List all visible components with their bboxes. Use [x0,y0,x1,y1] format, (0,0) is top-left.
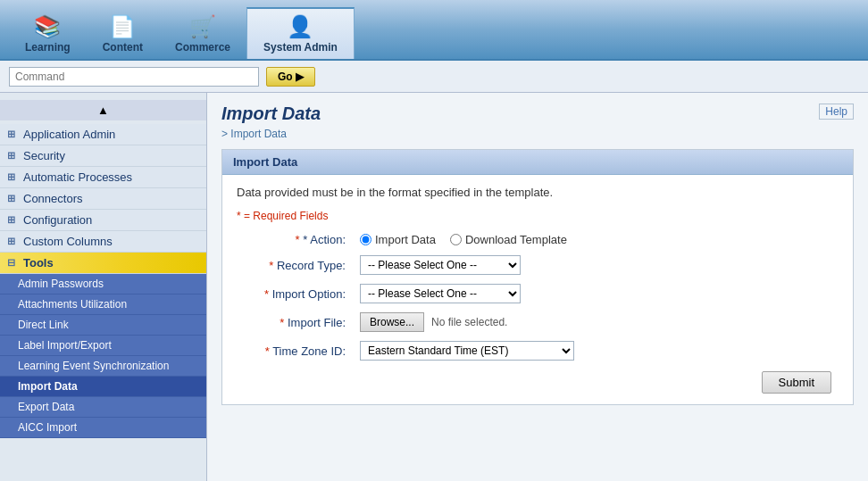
sidebar: ▲ ⊞ Application Admin ⊞ Security ⊞ Autom… [0,93,207,481]
sidebar-item-security[interactable]: ⊞ Security [0,145,206,167]
nav-item-label-system-admin: System Admin [263,41,338,54]
record-type-row: * Record Type: -- Please Select One -- [237,255,839,275]
sidebar-sub-label-label-import: Label Import/Export [18,339,112,352]
import-option-label: * Import Option: [237,287,353,301]
radio-download-label: Download Template [465,233,567,246]
radio-import-label: Import Data [375,233,436,246]
sidebar-label-tools: Tools [23,256,54,270]
sidebar-sub-admin-passwords[interactable]: Admin Passwords [0,274,206,294]
expand-icon-custom-cols: ⊞ [7,236,20,247]
expand-icon-tools: ⊟ [7,257,20,269]
sidebar-item-automatic-processes[interactable]: ⊞ Automatic Processes [0,167,206,188]
sidebar-sub-export-data[interactable]: Export Data [0,397,206,418]
import-file-field: Browse... No file selected. [360,312,839,332]
sidebar-item-connectors[interactable]: ⊞ Connectors [0,188,206,210]
required-note: * = Required Fields [237,210,839,222]
expand-icon-app-admin: ⊞ [7,129,20,140]
sidebar-sub-label-direct-link: Direct Link [18,319,69,331]
action-req-star: * [296,233,300,246]
sidebar-sub-label-learning-event: Learning Event Synchronization [18,360,169,372]
sidebar-sub-import-data[interactable]: Import Data [0,377,206,397]
import-file-label: * Import File: [237,316,353,329]
timezone-label-text: Time Zone ID: [272,344,346,358]
learning-icon: 📚 [34,14,61,39]
import-option-field: -- Please Select One -- [360,284,839,303]
form-actions: Submit [237,371,839,394]
record-type-field: -- Please Select One -- [360,255,839,275]
sidebar-label-automatic-processes: Automatic Processes [23,170,132,184]
import-data-card: Import Data Data provided must be in the… [221,149,854,405]
timezone-row: * Time Zone ID: Eastern Standard Time (E… [237,341,839,361]
import-file-row: * Import File: Browse... No file selecte… [237,312,839,332]
expand-icon-auto-proc: ⊞ [7,171,20,183]
help-link[interactable]: Help [819,104,854,120]
file-status: No file selected. [431,316,507,328]
sidebar-sub-label-aicc: AICC Import [18,421,77,434]
timezone-field: Eastern Standard Time (EST) Central Stan… [360,341,839,361]
nav-item-content[interactable]: 📄 Content [87,9,159,59]
sidebar-label-application-admin: Application Admin [23,128,115,141]
radio-download-input[interactable] [450,234,462,245]
action-field: Import Data Download Template [360,233,839,246]
browse-button[interactable]: Browse... [360,312,424,332]
timezone-select[interactable]: Eastern Standard Time (EST) Central Stan… [360,341,574,361]
form-card-header: Import Data [222,150,853,175]
form-card-body: Data provided must be in the format spec… [222,175,853,404]
action-label: * * Action: [237,233,353,246]
sidebar-label-connectors: Connectors [23,192,82,205]
record-type-req-star: * [269,259,277,272]
form-description: Data provided must be in the format spec… [237,186,839,199]
nav-item-commerce[interactable]: 🛒 Commerce [159,9,246,59]
sidebar-label-custom-columns: Custom Columns [23,235,113,248]
expand-icon-security: ⊞ [7,150,20,162]
sidebar-sub-label-admin-passwords: Admin Passwords [18,278,104,290]
required-note-text: = Required Fields [244,210,328,222]
content-icon: 📄 [109,14,136,39]
sidebar-collapse-btn[interactable]: ▲ [0,100,206,120]
sidebar-sub-learning-event-sync[interactable]: Learning Event Synchronization [0,356,206,377]
nav-item-label-content: Content [103,41,143,54]
command-bar: Go ▶ [0,61,868,93]
commerce-icon: 🛒 [189,14,216,39]
import-option-select[interactable]: -- Please Select One -- [360,284,521,303]
page-title: Import Data [221,104,321,124]
sidebar-item-custom-columns[interactable]: ⊞ Custom Columns [0,231,206,253]
nav-item-label-commerce: Commerce [175,41,230,54]
radio-import-data[interactable]: Import Data [360,233,436,246]
nav-item-learning[interactable]: 📚 Learning [9,9,87,59]
sidebar-item-application-admin[interactable]: ⊞ Application Admin [0,124,206,145]
content-area: Import Data Help > Import Data Import Da… [207,93,868,481]
sidebar-item-configuration[interactable]: ⊞ Configuration [0,210,206,231]
import-file-label-text: Import File: [288,316,346,329]
breadcrumb: > Import Data [221,128,854,140]
main-layout: ▲ ⊞ Application Admin ⊞ Security ⊞ Autom… [0,93,868,481]
sidebar-sub-label-import-export[interactable]: Label Import/Export [0,336,206,356]
nav-item-system-admin[interactable]: 👤 System Admin [246,7,355,59]
sidebar-sub-label-import-data: Import Data [18,380,78,393]
radio-download-template[interactable]: Download Template [450,233,567,246]
required-star: * [237,210,241,222]
submit-button[interactable]: Submit [762,371,831,394]
import-option-row: * Import Option: -- Please Select One -- [237,284,839,303]
go-button[interactable]: Go ▶ [266,67,315,87]
radio-import-data-input[interactable] [360,234,371,245]
action-row: * * Action: Import Data Download Templat… [237,233,839,246]
command-input[interactable] [9,67,259,87]
sidebar-sub-direct-link[interactable]: Direct Link [0,315,206,336]
sidebar-item-tools[interactable]: ⊟ Tools [0,253,206,274]
record-type-label-text: Record Type: [277,259,346,272]
sidebar-sub-aicc-import[interactable]: AICC Import [0,418,206,438]
system-admin-icon: 👤 [287,14,313,39]
page-title-bar: Import Data Help [221,104,854,124]
sidebar-sub-label-export-data: Export Data [18,401,74,413]
record-type-select[interactable]: -- Please Select One -- [360,255,521,275]
sidebar-label-configuration: Configuration [23,213,92,227]
record-type-label: * Record Type: [237,259,353,272]
top-nav: 📚 Learning 📄 Content 🛒 Commerce 👤 System… [0,0,868,61]
timezone-label: * Time Zone ID: [237,344,353,358]
nav-item-label-learning: Learning [25,41,71,54]
expand-icon-config: ⊞ [7,214,20,226]
import-option-label-text: Import Option: [272,287,346,301]
sidebar-sub-attachments-utilization[interactable]: Attachments Utilization [0,294,206,315]
timezone-req-star: * [265,344,272,358]
